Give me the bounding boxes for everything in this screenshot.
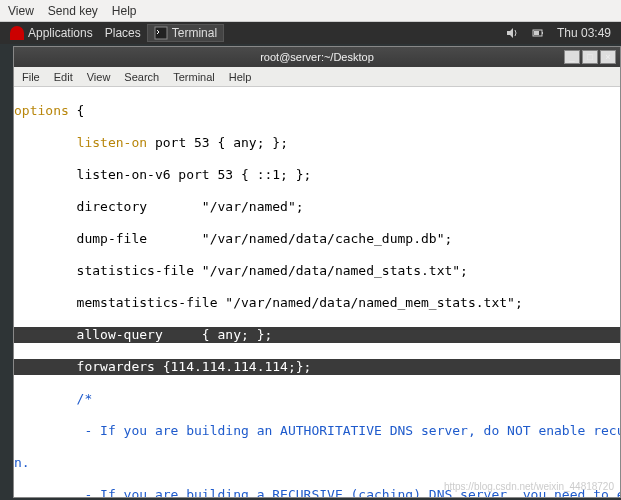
code-keyword: options [14,103,69,118]
code-text: directory "/var/named"; [14,199,620,215]
code-keyword: listen-on [77,135,147,150]
selected-line: allow-query { any; }; [14,327,620,343]
svg-rect-0 [155,27,167,39]
code-comment: - If you are building an AUTHORITATIVE D… [14,423,620,439]
clock[interactable]: Thu 03:49 [551,26,617,40]
sound-icon [505,26,519,40]
terminal-window: root@server:~/Desktop _ □ × File Edit Vi… [13,46,621,498]
code-text: statistics-file "/var/named/data/named_s… [14,263,620,279]
clock-label: Thu 03:49 [557,26,611,40]
taskbar-terminal-label: Terminal [172,26,217,40]
taskbar-terminal[interactable]: Terminal [147,24,224,42]
code-text: port 53 { any; }; [147,135,288,150]
vm-menu-view[interactable]: View [8,4,34,18]
svg-rect-2 [542,32,543,34]
watermark: https://blog.csdn.net/weixin_44818720 [444,479,614,495]
menu-search[interactable]: Search [124,71,159,83]
terminal-content[interactable]: options { listen-on port 53 { any; }; li… [14,87,620,497]
battery-icon [531,26,545,40]
menu-file[interactable]: File [22,71,40,83]
menu-help[interactable]: Help [229,71,252,83]
battery-indicator[interactable] [525,26,551,40]
code-comment: n. [14,455,620,471]
places-menu[interactable]: Places [99,26,147,40]
menu-edit[interactable]: Edit [54,71,73,83]
code-comment: /* [14,391,620,407]
places-label: Places [105,26,141,40]
selected-line: forwarders {114.114.114.114;}; [14,359,620,375]
redhat-icon [10,26,24,40]
maximize-button[interactable]: □ [582,50,598,64]
menu-terminal[interactable]: Terminal [173,71,215,83]
vm-menu-help[interactable]: Help [112,4,137,18]
gnome-panel: Applications Places Terminal Thu 03:49 [0,22,621,44]
code-text: memstatistics-file "/var/named/data/name… [14,295,620,311]
applications-label: Applications [28,26,93,40]
code-text: dump-file "/var/named/data/cache_dump.db… [14,231,620,247]
code-text: listen-on-v6 port 53 { ::1; }; [14,167,620,183]
sound-indicator[interactable] [499,26,525,40]
terminal-menubar: File Edit View Search Terminal Help [14,67,620,87]
menu-view[interactable]: View [87,71,111,83]
svg-rect-3 [534,31,539,35]
terminal-icon [154,26,168,40]
terminal-titlebar[interactable]: root@server:~/Desktop _ □ × [14,47,620,67]
minimize-button[interactable]: _ [564,50,580,64]
close-button[interactable]: × [600,50,616,64]
vm-top-menu: View Send key Help [0,0,621,22]
vm-menu-send-key[interactable]: Send key [48,4,98,18]
code-text: { [69,103,85,118]
applications-menu[interactable]: Applications [4,26,99,40]
window-title: root@server:~/Desktop [260,51,374,63]
